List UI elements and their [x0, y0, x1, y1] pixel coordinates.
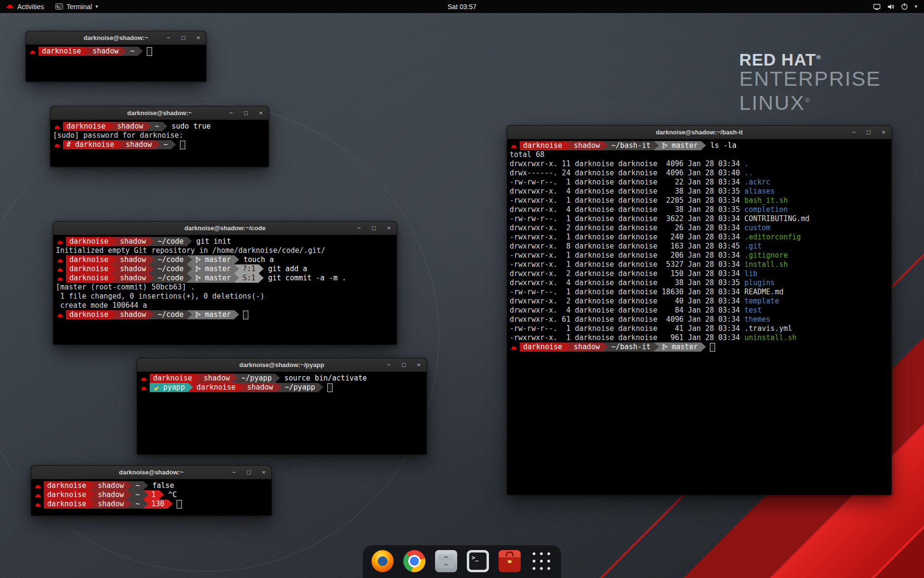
window-titlebar[interactable]: darknoise@shadow:~ − □ ×: [26, 31, 206, 45]
minimize-button[interactable]: −: [231, 469, 237, 476]
close-button[interactable]: ×: [415, 362, 422, 368]
prompt-segment-host: shadow: [116, 237, 149, 246]
terminal-text: completion: [744, 205, 788, 214]
window-title: darknoise@shadow:~/code: [184, 224, 265, 232]
window-title: darknoise@shadow:~/bash-it: [656, 129, 743, 136]
terminal-line: -rw-rw-r--. 1 darknoise darknoise 18630 …: [510, 288, 889, 297]
terminal-text: false: [148, 481, 174, 490]
terminal-line: drwxrwxr-x. 61 darknoise darknoise 4096 …: [510, 315, 889, 324]
terminal-window: darknoise@shadow:~ − □ × darknoiseshadow…: [26, 31, 206, 82]
prompt-segment-path: ~/pyapp: [238, 374, 275, 383]
dock-firefox-icon[interactable]: [372, 550, 394, 572]
maximize-button[interactable]: □: [245, 469, 252, 476]
window-titlebar[interactable]: darknoise@shadow:~/pyapp − □ ×: [137, 358, 426, 372]
window-titlebar[interactable]: darknoise@shadow:~ − □ ×: [51, 106, 269, 120]
terminal-line: Initialized empty Git repository in /hom…: [56, 246, 394, 255]
terminal-line: darknoiseshadow~/code master: [56, 310, 394, 319]
terminal-text: Initialized empty Git repository in /hom…: [56, 246, 325, 255]
maximize-button[interactable]: □: [371, 225, 377, 232]
terminal-content[interactable]: darknoiseshadow~/bash-it master ls -lato…: [507, 139, 891, 495]
close-button[interactable]: ×: [257, 110, 264, 117]
minimize-button[interactable]: −: [165, 35, 172, 41]
maximize-button[interactable]: □: [243, 110, 249, 117]
window-titlebar[interactable]: darknoise@shadow:~/code − □ ×: [53, 222, 397, 235]
close-button[interactable]: ×: [260, 469, 267, 476]
minimize-button[interactable]: −: [385, 362, 392, 368]
prompt-segment-stat: S:1: [239, 274, 259, 283]
terminal-cursor: [147, 47, 152, 56]
terminal-line: drwxrwxr-x. 2 darknoise darknoise 40 Jan…: [510, 297, 889, 306]
activities-button[interactable]: Activities: [0, 0, 50, 13]
close-button[interactable]: ×: [880, 129, 887, 136]
terminal-line: darknoiseshadow~1 ^C: [34, 490, 269, 499]
terminal-window: darknoise@shadow:~ − □ × darknoiseshadow…: [31, 465, 272, 516]
maximize-button[interactable]: □: [865, 129, 872, 136]
dock-toolbox-icon[interactable]: [499, 550, 521, 572]
window-buttons: − □ ×: [850, 126, 887, 139]
system-tray[interactable]: ▾: [866, 0, 924, 13]
window-buttons: − □ ×: [165, 31, 202, 44]
terminal-text: README.md: [744, 288, 783, 296]
maximize-button[interactable]: □: [400, 362, 407, 368]
terminal-text: source bin/activate: [280, 374, 367, 382]
windows-layer: darknoise@shadow:~ − □ × darknoiseshadow…: [0, 0, 924, 578]
maximize-button[interactable]: □: [180, 35, 187, 41]
minimize-button[interactable]: −: [850, 129, 857, 136]
top-bar: Activities Terminal ▾ Sat 03:57 ▾: [0, 0, 924, 13]
prompt-segment-user: darknoise: [44, 481, 90, 490]
app-menu-terminal[interactable]: Terminal ▾: [50, 0, 103, 13]
terminal-text: -rw-rw-r--. 1 darknoise darknoise 41 Jan…: [510, 324, 744, 333]
close-button[interactable]: ×: [195, 35, 202, 41]
terminal-line: darknoiseshadow~ sudo true: [53, 122, 266, 131]
window-titlebar[interactable]: darknoise@shadow:~ − □ ×: [31, 466, 271, 479]
terminal-window: darknoise@shadow:~ − □ × darknoiseshadow…: [50, 106, 269, 167]
powerline-arrow-icon: [149, 255, 154, 264]
window-titlebar[interactable]: darknoise@shadow:~/bash-it − □ ×: [507, 126, 891, 139]
powerline-arrow-icon: [149, 274, 154, 283]
powerline-arrow-icon: [187, 237, 192, 246]
dock-app-grid-icon[interactable]: [530, 550, 552, 572]
prompt-segment-path: ~/code: [154, 255, 187, 264]
terminal-line: drwxrwxr-x. 4 darknoise darknoise 38 Jan…: [510, 278, 889, 288]
powerline-arrow-icon: [234, 310, 239, 319]
powerline-arrow-icon: [163, 122, 167, 131]
powerline-arrow-icon: [127, 490, 132, 499]
terminal-content[interactable]: darknoiseshadow~/pyapp source bin/activa…: [137, 372, 426, 454]
terminal-content[interactable]: darknoiseshadow~ sudo true[sudo] passwor…: [51, 120, 269, 167]
powerline-arrow-icon: [171, 140, 176, 149]
powerline-arrow-icon: [319, 383, 323, 392]
powerline-arrow-icon: [84, 47, 89, 56]
terminal-text: -rw-rw-r--. 1 darknoise darknoise 3622 J…: [510, 214, 744, 223]
powerline-arrow-icon: [701, 342, 706, 352]
powerline-arrow-icon: [155, 140, 160, 149]
dock: >_: [363, 545, 561, 578]
terminal-text: total 68: [510, 150, 544, 159]
redhat-prompt-icon: [56, 310, 65, 319]
terminal-text: drwxrwxr-x. 2 darknoise darknoise 26 Jan…: [510, 223, 744, 232]
powerline-arrow-icon: [168, 499, 173, 509]
terminal-line: drwxrwxr-x. 11 darknoise darknoise 4096 …: [510, 159, 889, 169]
terminal-line: darknoiseshadow~130: [34, 499, 269, 509]
minimize-button[interactable]: −: [356, 225, 362, 232]
terminal-text: .: [744, 159, 749, 168]
terminal-content[interactable]: darknoiseshadow~ falsedarknoiseshadow~1 …: [31, 479, 271, 515]
close-button[interactable]: ×: [385, 225, 392, 232]
prompt-segment-user: darknoise: [44, 490, 90, 499]
clock[interactable]: Sat 03:57: [0, 3, 924, 11]
dock-files-icon[interactable]: [435, 550, 457, 572]
prompt-segment-user: darknoise: [66, 274, 112, 283]
terminal-content[interactable]: darknoiseshadow~/code git initInitialize…: [53, 235, 397, 344]
terminal-text: plugins: [744, 278, 775, 287]
dock-terminal-icon[interactable]: >_: [467, 550, 489, 572]
dock-chrome-icon[interactable]: [403, 550, 425, 572]
terminal-text: .ackrc: [744, 178, 770, 186]
terminal-content[interactable]: darknoiseshadow~: [26, 45, 206, 81]
minimize-button[interactable]: −: [228, 110, 234, 117]
terminal-line: drwx------. 24 darknoise darknoise 4096 …: [510, 169, 889, 178]
terminal-text: install.sh: [744, 260, 788, 269]
window-title: darknoise@shadow:~: [127, 109, 192, 117]
prompt-segment-host: shadow: [89, 47, 122, 56]
powerline-arrow-icon: [234, 255, 239, 264]
prompt-segment-scm: master: [192, 255, 234, 264]
powerline-arrow-icon: [112, 274, 116, 283]
